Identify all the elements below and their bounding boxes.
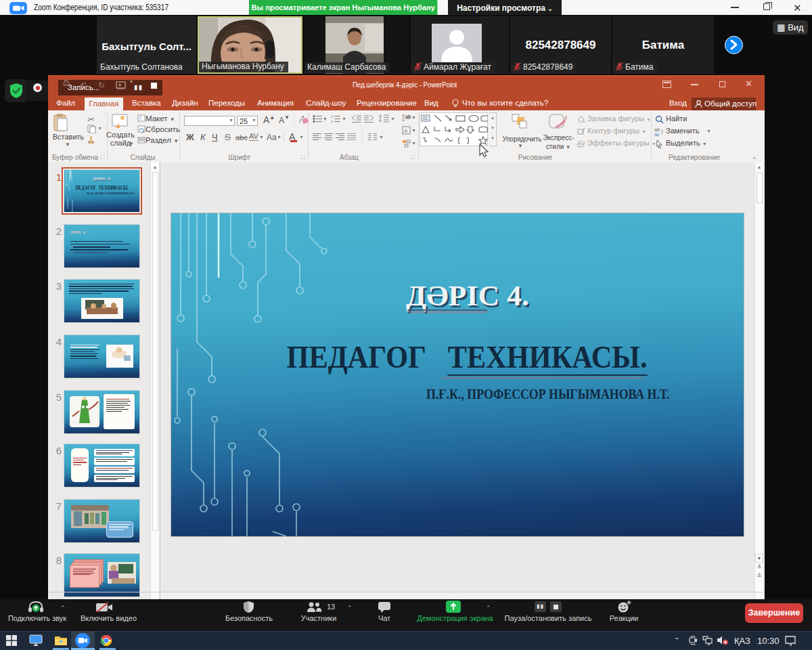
svg-text:ab: ab (654, 127, 660, 132)
svg-text:1: 1 (331, 114, 333, 118)
svg-text:ac: ac (654, 132, 660, 136)
svg-text:A: A (404, 128, 408, 134)
svg-text:2: 2 (331, 119, 333, 123)
svg-text:ab: ab (405, 114, 411, 119)
